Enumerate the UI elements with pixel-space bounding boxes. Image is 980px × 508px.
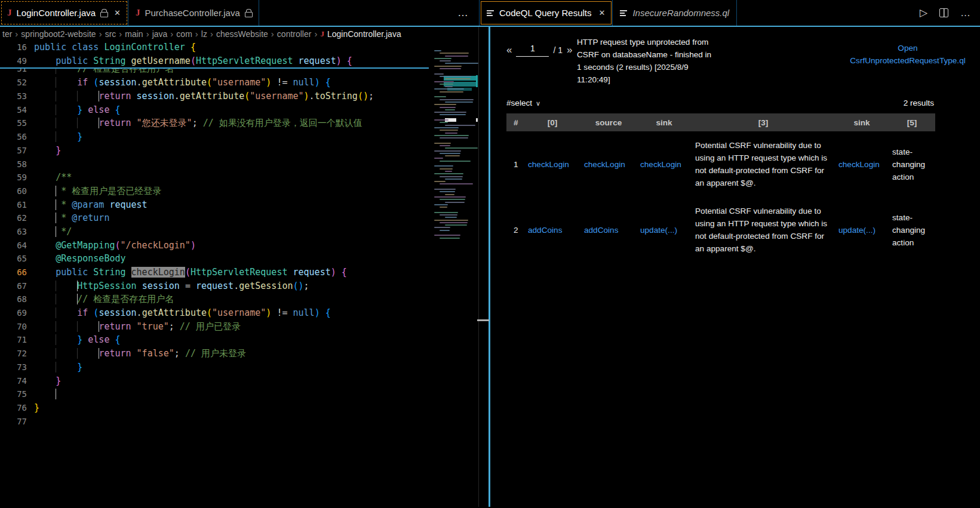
code-line-59[interactable]: 59 /** <box>0 171 478 184</box>
breadcrumb-separator: › <box>15 29 18 39</box>
code-line-73[interactable]: 73 } <box>0 361 478 374</box>
line-number: 16 <box>0 41 27 54</box>
line-number: 49 <box>0 54 27 68</box>
main-area: ter›springboot2-website›src›main›java›co… <box>0 27 980 507</box>
code-line-62[interactable]: 62 * @return <box>0 211 478 225</box>
code-line-53[interactable]: 53 return session.getAttribute("username… <box>0 90 478 103</box>
minimap-line <box>440 199 465 200</box>
code-line-58[interactable]: 58 <box>0 158 478 171</box>
minimap-line <box>434 181 446 182</box>
code-line-75[interactable]: 75 <box>0 387 478 401</box>
column-header-sink[interactable]: sink <box>835 113 889 131</box>
code-text: @GetMapping("/checkLogin") <box>27 239 196 253</box>
column-header-source[interactable]: source <box>580 113 637 131</box>
breadcrumb-item[interactable]: chessWebsite <box>216 29 268 39</box>
minimap-line <box>445 86 453 87</box>
code-line-60[interactable]: 60 * 检查用户是否已经登录 <box>0 184 478 198</box>
code-line-49[interactable]: 49 public String getUsername(HttpServlet… <box>0 54 429 68</box>
code-text: if (session.getAttribute("username") != … <box>27 306 331 320</box>
code-line-55[interactable]: 55 return "您还未登录"; // 如果没有用户登录，返回一个默认值 <box>0 116 478 130</box>
code-line-61[interactable]: 61 * @param request <box>0 198 478 212</box>
line-number: 54 <box>0 103 27 117</box>
result-link[interactable]: addCoins <box>584 226 618 235</box>
result-link[interactable]: update(...) <box>640 226 677 235</box>
code-line-72[interactable]: 72 return "false"; // 用户未登录 <box>0 347 478 361</box>
breadcrumb-separator: › <box>271 29 274 39</box>
breadcrumb-item[interactable]: java <box>152 29 168 39</box>
code-line-74[interactable]: 74 } <box>0 374 478 388</box>
code-editor[interactable]: 16public class LoginController {49 publi… <box>0 41 478 507</box>
code-text <box>27 415 34 429</box>
result-cell: checkLogin <box>580 131 637 197</box>
column-header-num[interactable]: # <box>506 113 524 131</box>
first-page-button[interactable]: « <box>506 44 512 56</box>
result-link[interactable]: checkLogin <box>584 160 625 169</box>
code-line-66[interactable]: 66 public String checkLogin(HttpServletR… <box>0 266 478 279</box>
select-dropdown[interactable]: #select∨ <box>506 98 540 107</box>
minimap-line <box>434 227 450 228</box>
code-line-68[interactable]: 68 // 检查是否存在用户名 <box>0 293 478 306</box>
minimap-line <box>440 137 468 138</box>
result-link[interactable]: checkLogin <box>528 160 569 169</box>
result-link[interactable]: checkLogin <box>838 160 880 169</box>
result-link[interactable]: update(...) <box>838 226 875 235</box>
column-header-sink[interactable]: sink <box>637 113 692 131</box>
breadcrumb-separator: › <box>146 29 149 39</box>
code-line-67[interactable]: 67 HttpSession session = request.getSess… <box>0 279 478 293</box>
breadcrumb-item[interactable]: controller <box>277 29 312 39</box>
result-link[interactable]: checkLogin <box>640 160 681 169</box>
open-query-file-link[interactable]: Open CsrfUnprotectedRequestType.ql <box>835 42 980 67</box>
tab-purchasecontroller[interactable]: J PurchaseController.java <box>128 0 259 26</box>
tab-overflow-ellipsis[interactable]: … <box>448 7 479 19</box>
code-line-71[interactable]: 71 } else { <box>0 333 478 347</box>
page-number-input[interactable] <box>516 44 549 57</box>
code-line-76[interactable]: 76} <box>0 401 478 415</box>
breadcrumb-item[interactable]: ter <box>2 29 12 39</box>
code-line-57[interactable]: 57 } <box>0 144 478 158</box>
query-run-summary: HTTP request type unprotected from CSRF … <box>577 36 713 86</box>
column-header-0[interactable]: [0] <box>524 113 580 131</box>
breadcrumb-item[interactable]: lz <box>201 29 207 39</box>
more-actions-icon[interactable]: … <box>960 8 970 18</box>
code-line-63[interactable]: 63 */ <box>0 225 478 239</box>
code-line-52[interactable]: 52 if (session.getAttribute("username") … <box>0 76 478 90</box>
minimap[interactable] <box>429 41 478 250</box>
code-text <box>27 158 34 171</box>
code-text: public class LoginController { <box>27 41 196 54</box>
close-icon[interactable]: ✕ <box>114 8 121 17</box>
column-header-5[interactable]: [5] <box>889 113 935 131</box>
result-link[interactable]: addCoins <box>528 226 562 235</box>
last-page-button[interactable]: » <box>567 44 572 56</box>
code-line-69[interactable]: 69 if (session.getAttribute("username") … <box>0 306 478 320</box>
line-number: 71 <box>0 333 27 347</box>
breadcrumb-item[interactable]: com <box>176 29 192 39</box>
minimap-line <box>440 84 453 85</box>
minimap-line <box>434 189 456 190</box>
code-line-65[interactable]: 65 @ResponseBody <box>0 252 478 266</box>
breadcrumb-file[interactable]: LoginController.java <box>327 29 401 39</box>
overview-ruler-mark <box>476 118 478 122</box>
sash-drag-handle[interactable] <box>477 319 489 321</box>
tab-logincontroller[interactable]: J LoginController.java ✕ <box>0 0 128 26</box>
code-line-64[interactable]: 64 @GetMapping("/checkLogin") <box>0 239 478 253</box>
close-icon[interactable]: ✕ <box>599 8 606 17</box>
code-line-56[interactable]: 56 } <box>0 130 478 144</box>
breadcrumb-item[interactable]: springboot2-website <box>21 29 96 39</box>
breadcrumb-item[interactable]: src <box>105 29 116 39</box>
minimap-line <box>445 224 467 226</box>
breadcrumb-item[interactable]: main <box>125 29 143 39</box>
code-line-77[interactable]: 77 <box>0 415 478 429</box>
code-line-70[interactable]: 70 return "true"; // 用户已登录 <box>0 320 478 334</box>
minimap-line <box>445 147 478 149</box>
column-header-3[interactable]: [3] <box>692 113 835 131</box>
result-cell: update(...) <box>835 197 889 263</box>
code-line-16[interactable]: 16public class LoginController { <box>0 41 429 54</box>
tab-codeql-query-results[interactable]: CodeQL Query Results ✕ <box>480 0 613 26</box>
line-number: 51 <box>0 69 27 76</box>
code-line-54[interactable]: 54 } else { <box>0 103 478 117</box>
split-editor-icon[interactable] <box>939 8 948 17</box>
tab-insecurerandomness[interactable]: InsecureRandomness.ql <box>613 0 737 26</box>
code-text: /** <box>27 171 72 184</box>
code-line-51[interactable]: 51 // 检查是否存在用户名 <box>0 69 478 76</box>
run-query-icon[interactable]: ▷ <box>920 8 927 18</box>
